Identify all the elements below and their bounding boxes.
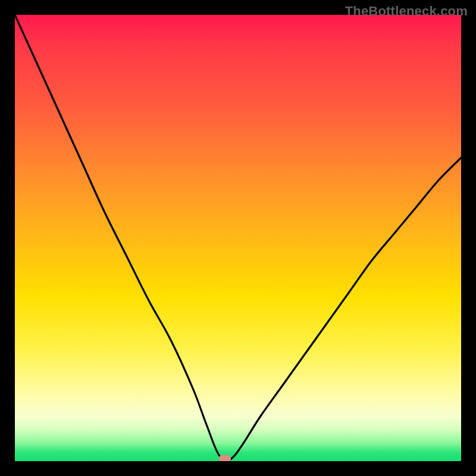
curve-svg [15, 15, 461, 461]
bottleneck-curve [15, 15, 461, 461]
watermark-text: TheBottleneck.com [345, 4, 468, 19]
plot-area [15, 15, 461, 461]
optimal-point-marker [219, 455, 231, 462]
chart-frame: TheBottleneck.com [0, 0, 476, 476]
